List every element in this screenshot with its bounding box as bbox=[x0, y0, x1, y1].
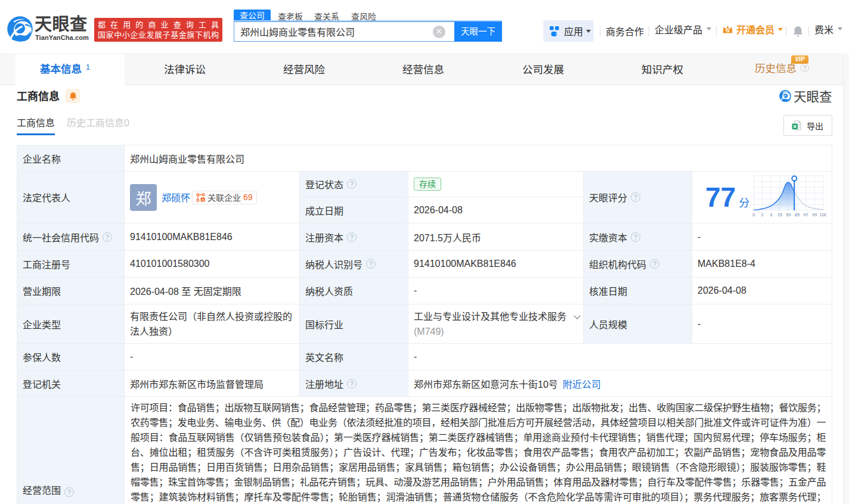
svg-text:15: 15 bbox=[777, 212, 782, 217]
svg-text:97: 97 bbox=[803, 212, 808, 217]
svg-text:50: 50 bbox=[786, 212, 791, 217]
svg-text:99: 99 bbox=[812, 212, 817, 217]
svg-text:3: 3 bbox=[770, 212, 772, 217]
svg-text:1: 1 bbox=[761, 212, 764, 217]
svg-text:85: 85 bbox=[795, 212, 800, 217]
svg-text:0: 0 bbox=[752, 212, 755, 217]
svg-text:100: 100 bbox=[820, 212, 826, 217]
